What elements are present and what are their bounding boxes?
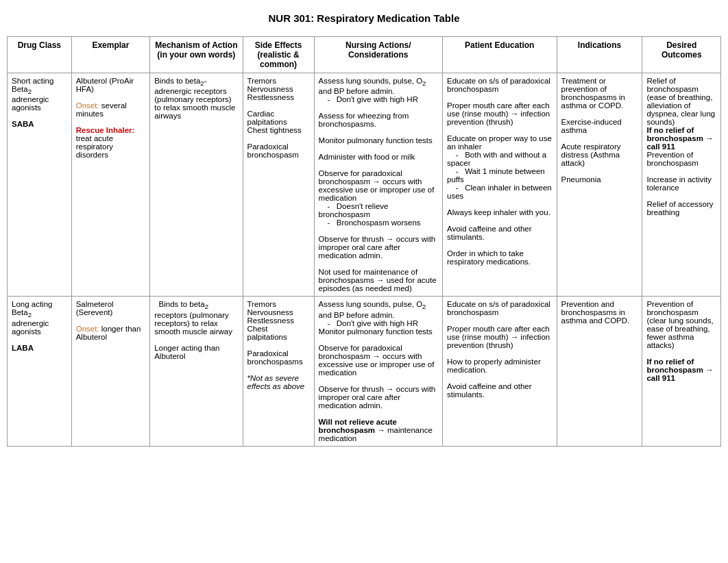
header-patient-ed: Patient Education	[442, 37, 557, 73]
header-nursing: Nursing Actions/Considerations	[314, 37, 442, 73]
header-exemplar: Exemplar	[71, 37, 150, 73]
moa-cell: Binds to beta2 receptors (pulmonary rece…	[150, 297, 243, 446]
drug-class-cell: Long acting Beta2 adrenergic agonistsLAB…	[8, 297, 72, 446]
header-side-effects: Side Effects(realistic &common)	[243, 37, 314, 73]
side-effects-cell: TremorsNervousnessRestlessnessChest palp…	[243, 297, 314, 446]
page-title: NUR 301: Respiratory Medication Table	[7, 7, 721, 29]
table-row: Long acting Beta2 adrenergic agonistsLAB…	[8, 297, 721, 446]
nursing-cell: Assess lung sounds, pulse, O2 and BP bef…	[314, 73, 442, 297]
exemplar-cell: Albuterol (ProAir HFA)Onset: several min…	[71, 73, 150, 297]
nursing-cell: Assess lung sounds, pulse, O2 and BP bef…	[314, 297, 442, 446]
exemplar-cell: Salmeterol (Serevent)Onset: longer than …	[71, 297, 150, 446]
side-effects-cell: TremorsNervousnessRestlessnessCardiac pa…	[243, 73, 314, 297]
header-outcomes: DesiredOutcomes	[642, 37, 721, 73]
patient-ed-cell: Educate on s/s of paradoxical bronchospa…	[442, 73, 557, 297]
table-row: Short acting Beta2 adrenergic agonistsSA…	[8, 73, 721, 297]
outcomes-cell: Prevention of bronchospasm (clear lung s…	[642, 297, 721, 446]
patient-ed-cell: Educate on s/s of paradoxical bronchospa…	[442, 297, 557, 446]
header-indications: Indications	[557, 37, 642, 73]
moa-cell: Binds to beta2-adrenergic receptors (pul…	[150, 73, 243, 297]
drug-class-cell: Short acting Beta2 adrenergic agonistsSA…	[8, 73, 72, 297]
outcomes-cell: Relief of bronchospasm (ease of breathin…	[642, 73, 721, 297]
indications-cell: Treatment or prevention of bronchospasms…	[557, 73, 642, 297]
header-moa: Mechanism of Action(in your own words)	[150, 37, 243, 73]
medication-table: Drug Class Exemplar Mechanism of Action(…	[7, 36, 721, 447]
header-drug-class: Drug Class	[8, 37, 72, 73]
indications-cell: Prevention and bronchospasms in asthma a…	[557, 297, 642, 446]
